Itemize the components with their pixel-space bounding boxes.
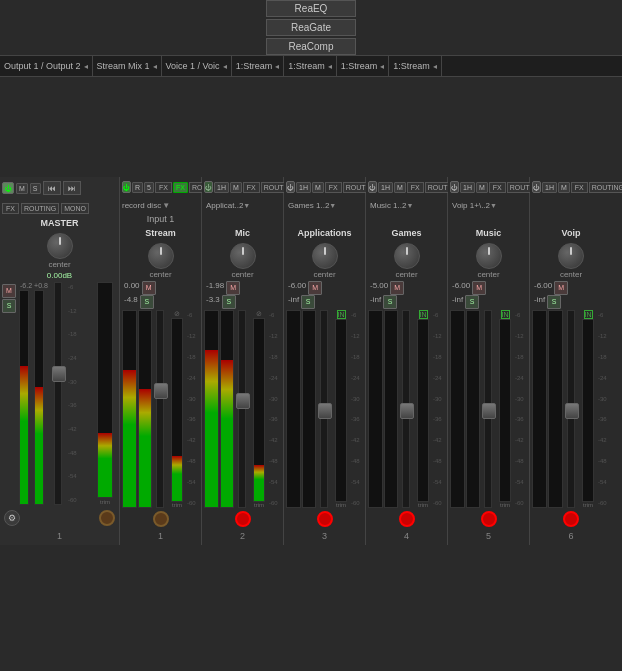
ch2-mute-button[interactable]: M — [226, 281, 240, 295]
transport-back[interactable]: ⏮ — [43, 181, 61, 195]
ch6-solo-button[interactable]: S — [547, 295, 561, 309]
ch6-fader-handle[interactable] — [565, 403, 579, 419]
routing-stream-2[interactable]: 1:Stream ◂ — [284, 56, 337, 76]
reaeq-item[interactable]: ReaEQ — [266, 0, 356, 17]
ch5-knob[interactable] — [476, 243, 502, 269]
ch5-power-button[interactable]: ⏻ — [450, 181, 459, 193]
ch2-fx-button[interactable]: FX — [243, 182, 260, 193]
ch4-input-selector[interactable]: Music 1..2 ▼ — [368, 201, 415, 210]
ch2-fader[interactable] — [238, 310, 246, 508]
ch5-input-selector[interactable]: Voip 1+\..2 ▼ — [450, 201, 499, 210]
ch6-in-button[interactable]: IN — [584, 310, 593, 319]
ch4-record-circle[interactable] — [399, 511, 415, 527]
ch6-power-button[interactable]: ⏻ — [532, 181, 541, 193]
ch5-fader[interactable] — [484, 310, 492, 508]
routing-stream-mix[interactable]: Stream Mix 1 ◂ — [93, 56, 162, 76]
ch6-knob[interactable] — [558, 243, 584, 269]
ch1-5-button[interactable]: 5 — [144, 182, 154, 193]
master-mono-button[interactable]: MONO — [61, 203, 89, 214]
routing-voice[interactable]: Voice 1 / Voic ◂ — [162, 56, 232, 76]
ch2-record-circle[interactable] — [235, 511, 251, 527]
routing-output-label: Output 1 / Output 2 — [4, 61, 81, 71]
ch4-1h-button[interactable]: 1H — [378, 182, 393, 193]
routing-stream-4[interactable]: 1:Stream ◂ — [389, 56, 442, 76]
ch5-1h-button[interactable]: 1H — [460, 182, 475, 193]
ch3-in-button[interactable]: IN — [337, 310, 346, 319]
routing-stream-3[interactable]: 1:Stream ◂ — [337, 56, 390, 76]
ch4-power-button[interactable]: ⏻ — [368, 181, 377, 193]
ch1-r-button[interactable]: R — [132, 182, 143, 193]
ch3-input-selector[interactable]: Games 1..2 ▼ — [286, 201, 338, 210]
master-fx-button[interactable]: FX — [2, 203, 19, 214]
ch2-power-button[interactable]: ⏻ — [204, 181, 213, 193]
ch3-fader-handle[interactable] — [318, 403, 332, 419]
reacomp-item[interactable]: ReaComp — [266, 38, 356, 55]
ch3-fader[interactable] — [320, 310, 328, 508]
routing-output[interactable]: Output 1 / Output 2 ◂ — [0, 56, 93, 76]
ch6-routing-button[interactable]: ROUTING — [589, 182, 622, 193]
ch6-fader[interactable] — [567, 310, 575, 508]
master-record-circle[interactable] — [99, 510, 115, 526]
ch1-fader[interactable] — [156, 310, 164, 508]
ch6-m-button2[interactable]: M — [558, 182, 570, 193]
ch3-record-circle[interactable] — [317, 511, 333, 527]
ch3-1h-button[interactable]: 1H — [296, 182, 311, 193]
ch1-knob[interactable] — [148, 243, 174, 269]
ch4-fader-handle[interactable] — [400, 403, 414, 419]
ch2-solo-button[interactable]: S — [222, 295, 236, 309]
ch4-fader[interactable] — [402, 310, 410, 508]
ch1-mute-button[interactable]: M — [142, 281, 156, 295]
transport-fwd[interactable]: ⏭ — [63, 181, 81, 195]
ch2-1h-button[interactable]: 1H — [214, 182, 229, 193]
ch4-solo-button[interactable]: S — [383, 295, 397, 309]
master-m-button[interactable]: M — [16, 183, 28, 194]
master-fader-handle[interactable] — [52, 366, 66, 382]
ch1-record-circle[interactable] — [153, 511, 169, 527]
reagate-item[interactable]: ReaGate — [266, 19, 356, 36]
master-power-button[interactable]: ⏻ — [2, 182, 14, 194]
ch3-fx-button[interactable]: FX — [325, 182, 342, 193]
ch5-fx-button[interactable]: FX — [489, 182, 506, 193]
ch4-knob[interactable] — [394, 243, 420, 269]
ch3-power-button[interactable]: ⏻ — [286, 181, 295, 193]
master-s-button[interactable]: S — [30, 183, 41, 194]
ch6-record-circle[interactable] — [563, 511, 579, 527]
master-gear-button[interactable]: ⚙ — [4, 510, 20, 526]
master-routing-button[interactable]: ROUTING — [21, 203, 59, 214]
ch4-in-button[interactable]: IN — [419, 310, 428, 319]
ch6-spacer — [530, 197, 612, 213]
routing-stream-1[interactable]: 1:Stream ◂ — [232, 56, 285, 76]
ch5-fader-handle[interactable] — [482, 403, 496, 419]
ch4-m-button2[interactable]: M — [394, 182, 406, 193]
ch3-solo-button[interactable]: S — [301, 295, 315, 309]
ch6-fx-button[interactable]: FX — [571, 182, 588, 193]
master-knob[interactable] — [47, 233, 73, 259]
master-fader[interactable] — [54, 282, 62, 505]
ch3-mute-button[interactable]: M — [308, 281, 322, 295]
ch3-m-button2[interactable]: M — [312, 182, 324, 193]
ch5-m-button2[interactable]: M — [476, 182, 488, 193]
ch6-mute-button[interactable]: M — [554, 281, 568, 295]
ch1-fader-handle[interactable] — [154, 383, 168, 399]
ch5-solo-button[interactable]: S — [465, 295, 479, 309]
ch5-mute-button[interactable]: M — [472, 281, 486, 295]
ch4-mute-button[interactable]: M — [390, 281, 404, 295]
ch4-fx-button[interactable]: FX — [407, 182, 424, 193]
ch1-dropdown-arrow[interactable]: ▼ — [162, 201, 170, 210]
ch5-record-circle[interactable] — [481, 511, 497, 527]
ch5-in-button[interactable]: IN — [501, 310, 510, 319]
mixer: ⏻ M S ⏮ ⏭ FX ROUTING MONO MASTER center — [0, 177, 622, 545]
ch1-fx-button[interactable]: FX — [155, 182, 172, 193]
ch2-fader-handle[interactable] — [236, 393, 250, 409]
ch2-m-button2[interactable]: M — [230, 182, 242, 193]
ch1-solo-button[interactable]: S — [140, 295, 154, 309]
master-solo-button[interactable]: S — [2, 299, 16, 313]
ch1-power-button[interactable]: ⏻ — [122, 181, 131, 193]
master-mute-button[interactable]: M — [2, 284, 16, 298]
ch2-knob[interactable] — [230, 243, 256, 269]
ch1-knob-label: center — [149, 270, 171, 279]
ch1-fx2-button[interactable]: FX — [173, 182, 188, 193]
ch3-knob[interactable] — [312, 243, 338, 269]
ch6-1h-button[interactable]: 1H — [542, 182, 557, 193]
ch2-input-selector[interactable]: Applicat..2 ▼ — [204, 201, 252, 210]
